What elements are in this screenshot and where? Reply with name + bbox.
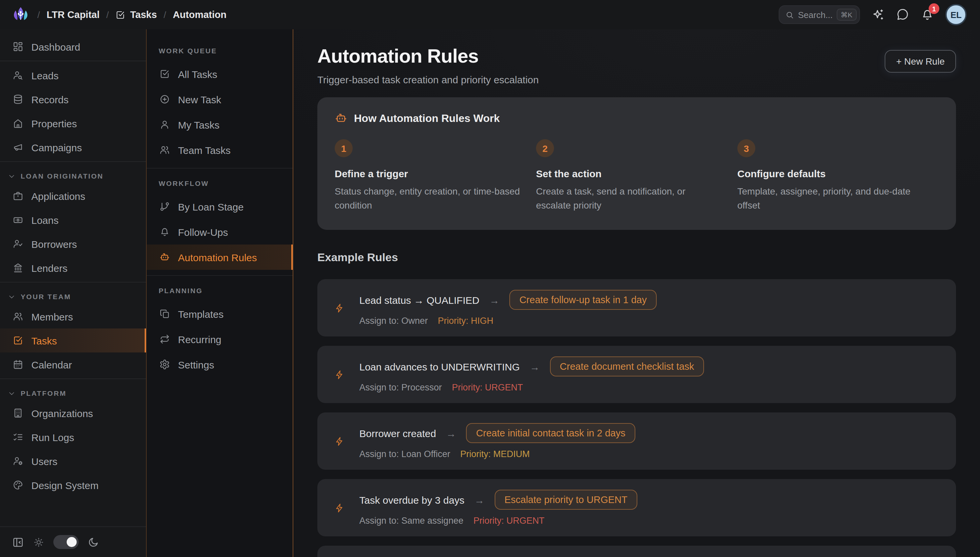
subnav-item-label: My Tasks — [178, 119, 219, 130]
chevron-down-icon — [8, 293, 15, 300]
sidebar-section-your-team[interactable]: YOUR TEAM — [0, 285, 146, 305]
collapse-sidebar-button[interactable] — [12, 536, 24, 548]
bell-icon — [159, 226, 170, 237]
app-window: / LTR Capital / Tasks / Automation ⌘K — [0, 0, 980, 557]
rule-trigger: Borrower created — [359, 427, 436, 439]
theme-toggle[interactable] — [53, 535, 79, 549]
sidebar-item-borrowers[interactable]: Borrowers — [0, 232, 146, 256]
step-number-badge: 3 — [737, 139, 755, 157]
how-it-works-card: How Automation Rules Work 1 Define a tri… — [317, 97, 956, 230]
sidebar-item-properties[interactable]: Properties — [0, 111, 146, 135]
page-subtitle: Trigger-based task creation and priority… — [317, 74, 539, 85]
sidebar-item-label: Leads — [31, 70, 59, 81]
rule-trigger: Loan advances to UNDERWRITING — [359, 361, 520, 372]
subnav-item-settings[interactable]: Settings — [147, 352, 293, 377]
how-it-works-title: How Automation Rules Work — [354, 112, 500, 124]
subnav-item-all-tasks[interactable]: All Tasks — [147, 61, 293, 86]
copy-icon — [159, 308, 170, 319]
primary-sidebar-nav: Dashboard Leads Records Properties — [0, 29, 146, 526]
user-icon — [159, 119, 170, 130]
search-shortcut-badge: ⌘K — [837, 9, 856, 21]
breadcrumb-section-label: Tasks — [130, 9, 157, 20]
sidebar-item-run-logs[interactable]: Run Logs — [0, 425, 146, 449]
megaphone-icon — [13, 142, 23, 153]
sidebar-item-calendar[interactable]: Calendar — [0, 352, 146, 376]
example-rules-heading: Example Rules — [317, 251, 956, 264]
sidebar-item-records[interactable]: Records — [0, 87, 146, 111]
subnav-divider — [147, 168, 293, 169]
subnav-item-label: Team Tasks — [178, 144, 231, 156]
arrow-right-icon: → — [530, 361, 540, 372]
sidebar-item-dashboard[interactable]: Dashboard — [0, 35, 146, 59]
sidebar-item-label: Borrowers — [31, 238, 77, 249]
bot-icon — [159, 252, 170, 262]
ai-assistant-button[interactable] — [871, 8, 885, 21]
step-number-badge: 2 — [536, 139, 554, 157]
search-input[interactable] — [798, 10, 833, 20]
rule-action-badge[interactable]: Create document checklist task — [550, 357, 704, 376]
sidebar-item-design-system[interactable]: Design System — [0, 473, 146, 497]
sidebar-item-campaigns[interactable]: Campaigns — [0, 135, 146, 159]
subnav-item-automation-rules[interactable]: Automation Rules — [147, 244, 293, 270]
sidebar-section-label: YOUR TEAM — [21, 293, 71, 300]
search-input-wrap[interactable]: ⌘K — [779, 5, 860, 24]
user-check-icon — [13, 239, 23, 249]
sidebar-item-label: Lenders — [31, 262, 67, 274]
sidebar-item-users[interactable]: Users — [0, 449, 146, 473]
sidebar-item-loans[interactable]: Loans — [0, 208, 146, 232]
rule-priority: Priority: MEDIUM — [460, 449, 530, 459]
subnav-item-follow-ups[interactable]: Follow-Ups — [147, 219, 293, 244]
sidebar-item-members[interactable]: Members — [0, 305, 146, 329]
subnav-item-recurring[interactable]: Recurring — [147, 326, 293, 352]
sidebar-divider — [0, 161, 146, 162]
step-3: 3 Configure defaults Template, assignee,… — [737, 139, 939, 213]
sidebar-item-organizations[interactable]: Organizations — [0, 401, 146, 425]
rule-body: Lead status → QUALIFIED → Create follow-… — [359, 290, 939, 326]
user-avatar[interactable]: EL — [945, 4, 967, 25]
sidebar-section-platform[interactable]: PLATFORM — [0, 381, 146, 401]
rule-card-lead-qualified: Lead status → QUALIFIED → Create follow-… — [317, 279, 956, 337]
how-it-works-header: How Automation Rules Work — [335, 112, 939, 125]
sidebar-item-applications[interactable]: Applications — [0, 184, 146, 208]
gear-icon — [159, 359, 170, 370]
step-1: 1 Define a trigger Status change, entity… — [335, 139, 536, 213]
sidebar-item-lenders[interactable]: Lenders — [0, 256, 146, 280]
notifications-button[interactable]: 1 — [921, 8, 934, 21]
breadcrumb-separator: / — [164, 9, 166, 20]
rule-trigger: Task overdue by 3 days — [359, 494, 464, 505]
rule-action-badge[interactable]: Create initial contact task in 2 days — [466, 423, 635, 443]
sidebar-item-tasks[interactable]: Tasks — [0, 329, 146, 352]
subnav-item-by-loan-stage[interactable]: By Loan Stage — [147, 194, 293, 219]
light-mode-icon — [33, 536, 45, 548]
sidebar-section-loan-origination[interactable]: LOAN ORIGINATION — [0, 164, 146, 184]
sparkles-icon — [871, 8, 885, 21]
step-description: Template, assignee, priority, and due-da… — [737, 184, 923, 213]
subnav-item-templates[interactable]: Templates — [147, 301, 293, 326]
subnav-item-my-tasks[interactable]: My Tasks — [147, 112, 293, 137]
subnav-item-new-task[interactable]: New Task — [147, 86, 293, 112]
theme-toggle-knob — [67, 537, 77, 547]
zap-icon — [335, 303, 345, 313]
rule-card-task-overdue: Task overdue by 3 days → Escalate priori… — [317, 479, 956, 536]
tasks-check-icon — [159, 68, 170, 79]
subnav-item-label: New Task — [178, 94, 221, 105]
page-title: Automation Rules — [317, 45, 539, 67]
chat-bubble-icon — [896, 8, 909, 21]
sidebar-item-label: Dashboard — [31, 41, 80, 52]
sidebar-item-leads[interactable]: Leads — [0, 63, 146, 87]
new-rule-button[interactable]: + New Rule — [885, 50, 956, 73]
bot-icon — [335, 112, 347, 125]
breadcrumb-section[interactable]: Tasks — [116, 9, 157, 20]
breadcrumb-page[interactable]: Automation — [173, 9, 226, 20]
messages-button[interactable] — [896, 8, 909, 21]
breadcrumb-org[interactable]: LTR Capital — [47, 9, 99, 20]
subnav-item-team-tasks[interactable]: Team Tasks — [147, 137, 293, 163]
sidebar-divider — [0, 282, 146, 282]
arrow-right-icon: → — [489, 294, 499, 306]
subnav-item-label: Recurring — [178, 334, 221, 345]
rule-card-loan-underwriting: Loan advances to UNDERWRITING → Create d… — [317, 346, 956, 403]
rule-action-badge[interactable]: Escalate priority to URGENT — [494, 490, 638, 510]
sidebar-footer — [0, 526, 146, 557]
rule-action-badge[interactable]: Create follow-up task in 1 day — [509, 290, 657, 310]
sidebar-item-label: Properties — [31, 117, 77, 129]
